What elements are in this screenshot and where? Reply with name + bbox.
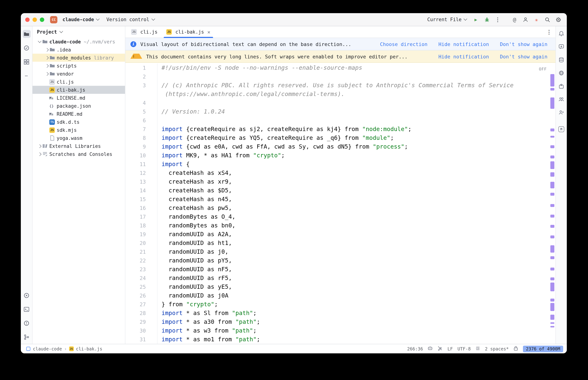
code-line[interactable]: 15 createHash as n45,: [125, 195, 549, 204]
notifications-bell-icon[interactable]: [557, 30, 565, 38]
chevron-right-icon[interactable]: [44, 64, 49, 67]
stripe-mark[interactable]: [550, 172, 554, 177]
debug-button[interactable]: [483, 16, 491, 23]
tree-item-vendor[interactable]: vendor: [33, 70, 125, 78]
code-line[interactable]: 8import {createRequire as YQ5, createReq…: [125, 133, 549, 142]
banner-action-hide-notification[interactable]: Hide notification: [439, 41, 489, 47]
tree-item-external-libraries[interactable]: External Libraries: [33, 142, 125, 150]
code-line[interactable]: 22 randomUUID as pY5,: [125, 256, 549, 265]
code-line[interactable]: 20 randomUUID as ht1,: [125, 239, 549, 247]
code-line[interactable]: 12 createHash as xS4,: [125, 169, 549, 177]
stripe-mark[interactable]: [550, 299, 554, 302]
stripe-mark[interactable]: [550, 283, 554, 291]
stripe-mark[interactable]: [550, 161, 554, 169]
code-line[interactable]: 14 createHash as $D5,: [125, 186, 549, 195]
indent-config[interactable]: 2 spaces*: [485, 346, 509, 351]
code-line[interactable]: 17 randomBytes as O_4,: [125, 212, 549, 221]
tab-cli-js[interactable]: JScli.js: [127, 26, 162, 38]
code-area[interactable]: 1#!/usr/bin/env -S node --no-warnings --…: [125, 63, 549, 344]
project-panel-header[interactable]: Project: [33, 26, 125, 38]
tree-item-yoga-wasm[interactable]: yoga.wasm: [33, 134, 125, 142]
code-line[interactable]: 3// (c) Anthropic PBC. All rights reserv…: [125, 81, 549, 90]
stripe-mark[interactable]: [550, 145, 554, 148]
banner-action-don-t-show-again[interactable]: Don't show again: [500, 41, 547, 47]
code-line[interactable]: 29import * as a30 from "path";: [125, 318, 549, 326]
code-line[interactable]: 26 randomUUID as j0A: [125, 291, 549, 300]
tab-cli-bak-js[interactable]: JScli-bak.js×: [162, 26, 215, 38]
run-config-selector[interactable]: Current File: [425, 16, 469, 23]
copilot-icon[interactable]: [428, 346, 433, 352]
project-menu[interactable]: claude-code: [60, 16, 101, 23]
stripe-mark[interactable]: [550, 74, 554, 87]
chevron-right-icon[interactable]: [44, 48, 49, 51]
stripe-mark[interactable]: [550, 155, 554, 158]
code-line[interactable]: 11import {: [125, 160, 549, 169]
code-line[interactable]: 24 randomUUID as rF5,: [125, 274, 549, 283]
code-line[interactable]: 21 randomUUID as j0,: [125, 247, 549, 256]
stripe-mark[interactable]: [550, 277, 554, 280]
stripe-mark[interactable]: [550, 303, 554, 311]
code-line[interactable]: (https://www.anthropic.com/legal/commerc…: [125, 90, 549, 98]
git-tool-icon[interactable]: [22, 333, 31, 341]
stripe-mark[interactable]: [550, 88, 554, 91]
tree-item-cli-js[interactable]: JScli.js: [33, 78, 125, 86]
code-line[interactable]: 19 randomUUID as A2A,: [125, 230, 549, 239]
code-line[interactable]: 9import {cwd as e0A, cwd as FfA, cwd as …: [125, 142, 549, 151]
chevron-right-icon[interactable]: [44, 57, 49, 59]
breadcrumb[interactable]: claude-code › JS cli-bak.js: [26, 346, 102, 351]
stripe-mark[interactable]: [550, 204, 554, 207]
chevron-right-icon[interactable]: [44, 73, 49, 75]
tree-item-package-json[interactable]: {}package.json: [33, 102, 125, 110]
tree-item-scratches-and-consoles[interactable]: Scratches and Consoles: [33, 150, 125, 158]
editor[interactable]: 1#!/usr/bin/env -S node --no-warnings --…: [125, 63, 555, 344]
file-encoding[interactable]: UTF-8: [458, 346, 471, 351]
breadcrumb-project[interactable]: claude-code: [33, 346, 62, 351]
stripe-mark[interactable]: [550, 215, 554, 218]
stripe-mark[interactable]: [550, 225, 554, 228]
plugins-icon[interactable]: [557, 82, 565, 90]
more-tools-icon[interactable]: ⋯: [22, 72, 31, 79]
stripe-mark[interactable]: [550, 129, 554, 132]
stripe-mark[interactable]: [550, 182, 554, 188]
stripe-mark[interactable]: [550, 97, 554, 109]
highlighting-level-badge[interactable]: OFF: [539, 65, 547, 74]
tree-item-readme-md[interactable]: M↓README.md: [33, 110, 125, 118]
code-line[interactable]: 16 createHash as pw5,: [125, 204, 549, 212]
profile-icon[interactable]: [522, 16, 529, 23]
banner-action-hide-notification[interactable]: Hide notification: [439, 54, 489, 59]
stripe-mark[interactable]: [550, 267, 554, 270]
database-icon[interactable]: [557, 56, 565, 64]
commit-tool-icon[interactable]: [22, 44, 31, 52]
chevron-down-icon[interactable]: [37, 41, 42, 42]
m-tool-icon[interactable]: M: [557, 125, 565, 133]
plugin-star-icon[interactable]: ✳: [532, 16, 541, 23]
structure-tool-icon[interactable]: [22, 58, 31, 66]
banner-action-don-t-show-again[interactable]: Don't show again: [500, 54, 547, 59]
readonly-pencil-icon[interactable]: [438, 346, 443, 352]
zoom-window-button[interactable]: [40, 17, 44, 22]
stripe-mark[interactable]: [550, 235, 554, 238]
code-line[interactable]: 10import MK9, * as HA1 from "crypto";: [125, 151, 549, 160]
stripe-mark[interactable]: [550, 193, 554, 196]
line-separator[interactable]: LF: [447, 346, 453, 351]
code-line[interactable]: 6: [125, 116, 549, 125]
ai-chat-icon[interactable]: [557, 43, 565, 51]
close-icon[interactable]: ×: [207, 29, 210, 35]
tree-item-node-modules[interactable]: node_moduleslibrary: [33, 54, 125, 62]
vcs-menu[interactable]: Version control: [104, 16, 157, 23]
code-with-me-icon[interactable]: [557, 108, 565, 116]
stripe-mark[interactable]: [550, 245, 554, 253]
search-icon[interactable]: [543, 16, 551, 23]
chevron-right-icon[interactable]: [37, 153, 42, 155]
tree-item-claude-code[interactable]: claude-code~/.nvm/vers: [33, 38, 125, 46]
tab-options-icon[interactable]: ⋮: [543, 26, 555, 38]
lock-icon[interactable]: [513, 346, 518, 352]
problems-tool-icon[interactable]: [22, 319, 31, 327]
code-line[interactable]: 25 randomUUID as yE5,: [125, 283, 549, 291]
caret-position[interactable]: 266:36: [407, 346, 423, 351]
terminal-tool-icon[interactable]: [22, 305, 31, 313]
code-line[interactable]: 7import {createRequire as sj2, createReq…: [125, 125, 549, 133]
stripe-mark[interactable]: [550, 322, 554, 324]
error-stripe[interactable]: [550, 63, 555, 344]
stripe-mark[interactable]: [550, 256, 554, 259]
